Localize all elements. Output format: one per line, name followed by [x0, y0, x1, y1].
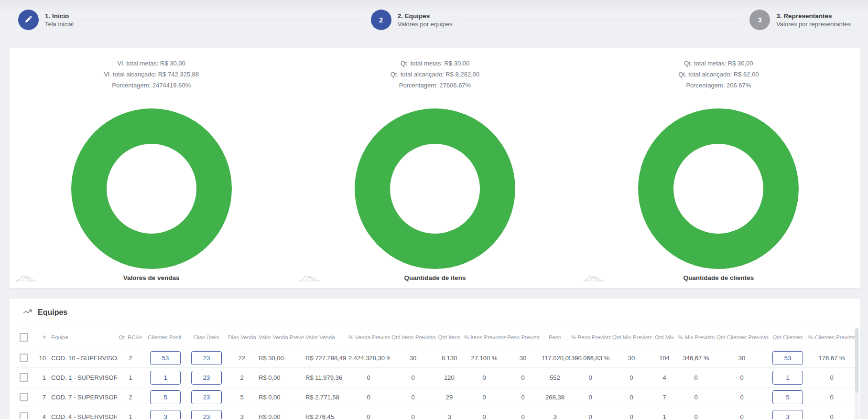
column-header-clientes-posit: Clientes Posit. — [144, 326, 186, 348]
column-header-qtd-mix: Qtd Mix — [652, 326, 677, 348]
stat-total-metas: Vl. total metas: R$ 30,00 — [10, 58, 293, 69]
column-header-peso: Peso — [540, 326, 570, 348]
row-checkbox[interactable] — [20, 373, 28, 382]
cell-peso-previsto: 0 — [506, 387, 540, 407]
column-header-qt-rcas: Qt. RCAs — [117, 326, 144, 348]
cell-dias-venda: 22 — [227, 348, 257, 368]
stepper-connector — [81, 20, 363, 20]
step-3-circle[interactable]: 3 — [749, 10, 770, 30]
cell-qtd-mix-previsto: 0 — [611, 407, 652, 419]
cell-qtd-itens-previstos: 0 — [390, 368, 436, 387]
cell-qtd-mix: 1 — [652, 407, 677, 419]
qtd-clientes-input[interactable]: 3 — [772, 410, 803, 419]
cell-valor-venda-prevista: R$ 0,00 — [257, 407, 304, 419]
cell-pct-itens-previstos: 27.100 % — [463, 348, 506, 368]
dias-uteis-input[interactable]: 23 — [191, 410, 222, 419]
chart-valores-de-vendas: Vl. total metas: R$ 30,00 Vl. total alca… — [10, 48, 293, 288]
stat-total-metas: Qt. total metas: R$ 30,00 — [577, 58, 860, 69]
trend-chart-icon — [23, 308, 33, 317]
cell-qtd-itens-previstos: 0 — [390, 387, 436, 407]
equipes-card: Equipes # Equipe Qt. RCAs Clientes Posit… — [10, 299, 860, 419]
column-header-dias-uteis: Dias Úteis — [186, 326, 227, 348]
qtd-clientes-input[interactable]: 53 — [772, 351, 803, 365]
cell-dias-venda: 3 — [227, 407, 257, 419]
cell-qt-rcas: 1 — [117, 407, 144, 419]
cell-peso: 3 — [540, 407, 570, 419]
stat-porcentagem: Porcentagem: 27606.67% — [293, 80, 576, 91]
cell-pct-peso-previsto: 390.066,83 % — [570, 348, 611, 368]
pencil-icon — [24, 15, 33, 25]
stat-total-alcancado: Qt. total alcançado: R$ 62,00 — [577, 69, 860, 80]
cell-qt-rcas: 2 — [117, 348, 144, 368]
cell-valor-venda-prevista: R$ 30,00 — [257, 348, 304, 368]
stat-porcentagem: Porcentagem: 2474419.60% — [10, 80, 293, 91]
donut-chart — [355, 108, 515, 269]
cell-peso: 117.020,05 — [540, 348, 570, 368]
cell-qtd-itens: 120 — [436, 368, 463, 387]
clientes-posit-input[interactable]: 1 — [150, 371, 181, 385]
column-header-qtd-clientes: Qtd Clientes — [769, 326, 807, 348]
column-header-valor-venda-prevista: Valor Venda Prevista — [257, 326, 304, 348]
dias-uteis-input[interactable]: 23 — [191, 390, 222, 404]
step-inicio[interactable]: 1. Início Tela inicial — [18, 10, 74, 30]
step-2-circle[interactable]: 2 — [371, 10, 391, 30]
step-representantes[interactable]: 3 3. Representantes Valores por represen… — [749, 10, 851, 30]
clientes-posit-input[interactable]: 53 — [150, 351, 181, 365]
step-equipes[interactable]: 2 2. Equipes Valores por equipes — [371, 10, 453, 30]
cell-valor-venda: R$ 727.298,49 — [304, 348, 347, 368]
chart-title: Quantidade de itens — [293, 274, 576, 281]
cell-equipe: COD. 10 - SUPERVISOR — [50, 348, 117, 368]
cell-pct-mix-previsto: 346,67 % — [677, 348, 715, 368]
clientes-posit-input[interactable]: 3 — [150, 410, 181, 419]
cell-idx: 1 — [33, 368, 50, 387]
select-all-checkbox[interactable] — [20, 333, 28, 342]
cell-qtd-itens-previstos: 0 — [390, 407, 436, 419]
row-checkbox[interactable] — [20, 393, 28, 401]
column-header-qtd-itens: Qtd Itens — [436, 326, 463, 348]
row-checkbox[interactable] — [20, 412, 28, 419]
step-1-circle[interactable] — [18, 10, 39, 30]
dias-uteis-input[interactable]: 23 — [191, 351, 222, 365]
cell-qtd-mix-previsto: 30 — [611, 348, 652, 368]
column-header-pct-clientes-previstos: % Clientes Previstos — [807, 326, 857, 348]
stat-total-alcancado: Vl. total alcançado: R$ 742.325,88 — [10, 69, 293, 80]
cell-equipe: COD. 7 - SUPERVISOR — [50, 387, 117, 407]
cell-qtd-mix: 104 — [652, 348, 677, 368]
dias-uteis-input[interactable]: 23 — [191, 371, 222, 385]
cell-qtd-itens: 3 — [436, 407, 463, 419]
cell-qtd-mix: 7 — [652, 387, 677, 407]
cell-qtd-itens: 29 — [436, 387, 463, 407]
row-checkbox[interactable] — [20, 354, 28, 362]
cell-pct-mix-previsto: 0 — [677, 368, 715, 387]
cell-qtd-clientes-previstos: 0 — [715, 407, 769, 419]
cell-pct-clientes-previstos: 176,67 % — [807, 348, 857, 368]
cell-valor-venda: R$ 2.771,58 — [304, 387, 347, 407]
cell-qtd-clientes-previstos: 30 — [715, 348, 769, 368]
chart-quantidade-de-clientes: Qt. total metas: R$ 30,00 Qt. total alca… — [577, 48, 860, 288]
column-header-peso-previsto: Peso Previsto — [506, 326, 540, 348]
cell-equipe: COD. 4 - SUPERVISOR — [50, 407, 117, 419]
column-header-equipe: Equipe — [50, 326, 117, 348]
qtd-clientes-input[interactable]: 1 — [772, 371, 803, 385]
cell-pct-venda-prevista: 2.424.328,30 % — [347, 348, 390, 368]
table-row: 1 COD. 1 - SUPERVISOR 1 1 23 2 R$ 0,00 R… — [14, 368, 857, 387]
cell-qtd-clientes-previstos: 0 — [715, 368, 769, 387]
cell-pct-itens-previstos: 0 — [463, 387, 506, 407]
cell-dias-venda: 2 — [227, 368, 257, 387]
step-subtitle: Valores por equipes — [398, 20, 453, 28]
table-row: 4 COD. 4 - SUPERVISOR 1 3 23 3 R$ 0,00 R… — [14, 407, 857, 419]
cell-pct-mix-previsto: 0 — [677, 387, 715, 407]
column-header-qtd-itens-previstos: Qtd Itens Previstos — [390, 326, 436, 348]
table-title-bar: Equipes — [10, 299, 860, 326]
cell-idx: 4 — [33, 407, 50, 419]
table-scrollbar[interactable] — [855, 328, 859, 419]
table-scrollbar-thumb[interactable] — [855, 328, 858, 393]
qtd-clientes-input[interactable]: 5 — [772, 390, 803, 404]
cell-qt-rcas: 1 — [117, 368, 144, 387]
cell-pct-itens-previstos: 0 — [463, 407, 506, 419]
column-header-idx: # — [33, 326, 50, 348]
cell-idx: 7 — [33, 387, 50, 407]
cell-peso: 552 — [540, 368, 570, 387]
column-header-pct-mix-previsto: % Mix Previsto — [677, 326, 715, 348]
clientes-posit-input[interactable]: 5 — [150, 390, 181, 404]
